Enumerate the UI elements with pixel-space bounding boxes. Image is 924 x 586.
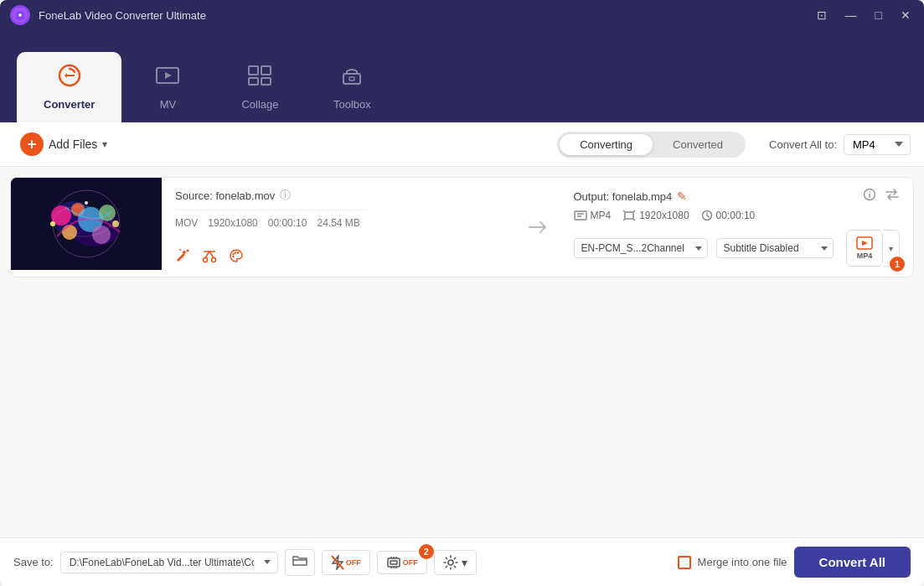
file-actions bbox=[175, 248, 502, 267]
settings-dropdown-icon: ▾ bbox=[462, 556, 467, 569]
svg-point-27 bbox=[179, 249, 181, 251]
tab-mv[interactable]: MV bbox=[121, 52, 214, 122]
toolbar: + Add Files ▾ Converting Converted Conve… bbox=[0, 122, 924, 167]
collage-tab-label: Collage bbox=[241, 98, 278, 111]
svg-rect-6 bbox=[249, 66, 258, 75]
converting-tab-btn[interactable]: Converting bbox=[560, 134, 653, 155]
save-path-select[interactable]: D:\FoneLab\FoneLab Vid...ter Ultimate\Co… bbox=[60, 552, 278, 573]
magic-wand-icon[interactable] bbox=[175, 248, 190, 267]
converting-converted-switcher: Converting Converted bbox=[557, 132, 746, 158]
svg-point-20 bbox=[62, 225, 77, 240]
file-thumbnail bbox=[11, 178, 162, 270]
svg-line-30 bbox=[205, 252, 209, 258]
svg-point-34 bbox=[232, 253, 234, 255]
converted-tab-btn[interactable]: Converted bbox=[653, 134, 743, 155]
source-row: Source: fonelab.mov ⓘ bbox=[175, 188, 502, 203]
title-bar: FoneLab Video Converter Ultimate ⊡ — □ ✕ bbox=[0, 0, 924, 30]
settings-button[interactable]: ▾ bbox=[434, 550, 477, 575]
source-label: Source: fonelab.mov bbox=[175, 189, 275, 202]
close-button[interactable]: ✕ bbox=[897, 8, 914, 23]
output-section: Output: fonelab.mp4 ✎ bbox=[560, 178, 914, 277]
svg-rect-51 bbox=[390, 561, 397, 564]
format-badge[interactable]: MP4 bbox=[846, 230, 883, 267]
hardware-off-label: OFF bbox=[403, 558, 418, 567]
cut-icon[interactable] bbox=[202, 248, 217, 267]
file-meta-row: MOV 1920x1080 00:00:10 24.54 MB bbox=[175, 217, 502, 229]
converter-tab-label: Converter bbox=[44, 98, 95, 111]
svg-point-36 bbox=[237, 252, 239, 253]
svg-point-19 bbox=[99, 205, 116, 221]
svg-marker-46 bbox=[862, 241, 868, 246]
svg-rect-40 bbox=[575, 211, 586, 220]
subtitle-select[interactable]: Subtitle Disabled bbox=[716, 238, 834, 258]
footer: Save to: D:\FoneLab\FoneLab Vid...ter Ul… bbox=[0, 537, 924, 586]
settings-badge-container: OFF 2 bbox=[377, 551, 427, 574]
mp4-badge-icon bbox=[856, 236, 873, 250]
flash-off-button[interactable]: OFF bbox=[322, 550, 370, 575]
tab-converter[interactable]: Converter bbox=[17, 52, 121, 122]
save-to-label: Save to: bbox=[13, 556, 54, 568]
format-badge-container: MP4 ▾ 1 bbox=[846, 230, 900, 267]
svg-point-29 bbox=[212, 258, 216, 262]
app-logo bbox=[10, 5, 30, 25]
cc-button[interactable]: ⊡ bbox=[813, 8, 830, 23]
svg-point-24 bbox=[112, 220, 119, 227]
file-card: Source: fonelab.mov ⓘ MOV 1920x1080 00:0… bbox=[10, 177, 914, 277]
svg-rect-50 bbox=[388, 558, 400, 567]
toolbox-tab-icon bbox=[338, 64, 365, 93]
output-duration: 00:00:10 bbox=[716, 210, 756, 221]
svg-rect-8 bbox=[249, 78, 258, 85]
notification-badge: 1 bbox=[890, 257, 905, 272]
output-header: Output: fonelab.mp4 ✎ bbox=[574, 188, 901, 205]
collage-tab-icon bbox=[246, 64, 273, 93]
svg-rect-11 bbox=[349, 77, 354, 80]
open-folder-button[interactable] bbox=[285, 549, 315, 576]
svg-marker-5 bbox=[165, 72, 172, 79]
output-format: MP4 bbox=[591, 210, 612, 221]
arrow-separator bbox=[515, 178, 560, 277]
minimize-button[interactable]: — bbox=[842, 8, 860, 23]
add-files-button[interactable]: + Add Files ▾ bbox=[13, 129, 114, 159]
toolbox-tab-label: Toolbox bbox=[333, 98, 371, 111]
window-controls: ⊡ — □ ✕ bbox=[813, 8, 914, 23]
output-resolution: 1920x1080 bbox=[639, 210, 689, 221]
add-files-label: Add Files bbox=[49, 137, 97, 151]
convert-all-button[interactable]: Convert All bbox=[794, 547, 911, 578]
file-resolution: 1920x1080 bbox=[208, 217, 257, 229]
svg-point-35 bbox=[235, 252, 236, 253]
format-select[interactable]: MP4 MKV MOV AVI bbox=[844, 134, 911, 155]
app-title: FoneLab Video Converter Ultimate bbox=[39, 9, 813, 22]
svg-point-39 bbox=[869, 191, 870, 193]
mv-tab-icon bbox=[154, 64, 181, 93]
info-output-icon[interactable] bbox=[863, 188, 876, 205]
file-format: MOV bbox=[175, 217, 198, 229]
audio-track-select[interactable]: EN-PCM_S...2Channel bbox=[574, 238, 708, 258]
merge-checkbox[interactable] bbox=[678, 556, 691, 569]
tab-collage[interactable]: Collage bbox=[214, 52, 306, 122]
source-info-icon[interactable]: ⓘ bbox=[280, 188, 291, 203]
output-controls-row: EN-PCM_S...2Channel Subtitle Disabled MP… bbox=[574, 230, 901, 267]
svg-rect-10 bbox=[343, 74, 360, 84]
thumbnail-svg bbox=[11, 178, 162, 270]
mv-tab-label: MV bbox=[160, 98, 177, 111]
file-size: 24.54 MB bbox=[317, 217, 359, 229]
app-window: FoneLab Video Converter Ultimate ⊡ — □ ✕… bbox=[0, 0, 924, 586]
edit-filename-icon[interactable]: ✎ bbox=[677, 189, 687, 203]
file-info-section: Source: fonelab.mov ⓘ MOV 1920x1080 00:0… bbox=[162, 178, 515, 277]
main-content: Source: fonelab.mov ⓘ MOV 1920x1080 00:0… bbox=[0, 167, 924, 537]
output-filename-row: Output: fonelab.mp4 ✎ bbox=[574, 189, 688, 203]
converter-tab-icon bbox=[56, 64, 83, 93]
swap-icon[interactable] bbox=[885, 188, 900, 205]
tab-toolbox[interactable]: Toolbox bbox=[306, 52, 398, 122]
svg-rect-43 bbox=[625, 212, 633, 219]
svg-point-58 bbox=[448, 560, 453, 565]
color-palette-icon[interactable] bbox=[229, 248, 244, 267]
merge-label: Merge into one file bbox=[698, 556, 787, 568]
output-duration-item: 00:00:10 bbox=[701, 210, 756, 221]
tab-navigation: Converter MV Collage bbox=[0, 30, 924, 122]
merge-checkbox-row: Merge into one file bbox=[678, 556, 787, 569]
svg-rect-9 bbox=[261, 78, 271, 85]
footer-notification-badge: 2 bbox=[419, 544, 434, 559]
maximize-button[interactable]: □ bbox=[872, 8, 885, 23]
output-format-item: MP4 bbox=[574, 210, 612, 221]
